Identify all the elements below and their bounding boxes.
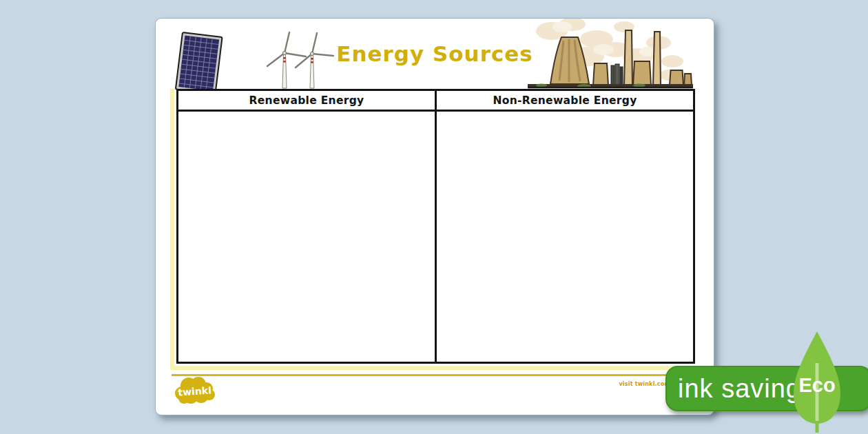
twinkl-cloud-logo: twinkl bbox=[174, 375, 218, 404]
non-renewable-energy-cell bbox=[435, 112, 693, 362]
renewable-energy-cell bbox=[178, 112, 435, 362]
table-body-row bbox=[178, 112, 693, 362]
worksheet-page: Energy Sources Renewable Energy Non-Rene… bbox=[155, 18, 714, 415]
eco-label: Eco bbox=[794, 374, 840, 397]
preview-background: Energy Sources Renewable Energy Non-Rene… bbox=[0, 0, 868, 434]
page-border-left bbox=[170, 89, 174, 370]
table-header-row: Renewable Energy Non-Renewable Energy bbox=[178, 91, 693, 112]
ink-saving-label: ink saving bbox=[678, 374, 801, 404]
page-title: Energy Sources bbox=[156, 41, 714, 66]
footer-divider bbox=[172, 374, 698, 376]
column-header-non-renewable: Non-Renewable Energy bbox=[435, 91, 693, 110]
visit-twinkl-link: visit twinkl.com bbox=[619, 381, 670, 387]
energy-sources-table: Renewable Energy Non-Renewable Energy bbox=[176, 89, 695, 364]
page-border-bottom bbox=[170, 366, 698, 370]
column-header-renewable: Renewable Energy bbox=[178, 91, 435, 110]
twinkl-logo-text: twinkl bbox=[178, 384, 212, 397]
